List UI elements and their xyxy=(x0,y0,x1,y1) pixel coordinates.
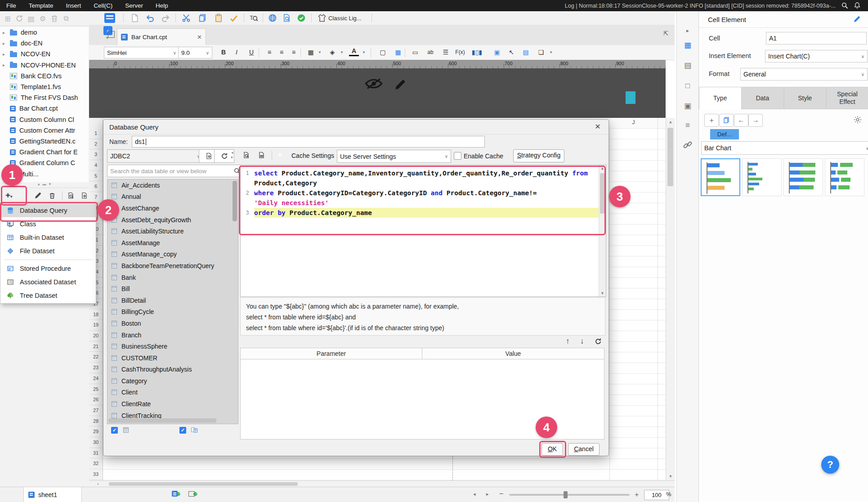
merge-cell-icon[interactable]: ▢ xyxy=(378,48,388,57)
hyperlink-panel-icon[interactable] xyxy=(683,140,693,150)
table-list-item[interactable]: BackboneTeamPenetrationQuery xyxy=(107,260,238,272)
row-header-cell[interactable]: 28 xyxy=(89,416,103,427)
tree-expand-icon[interactable]: ▸ xyxy=(3,63,10,67)
table-list-item[interactable]: CUSTOMER xyxy=(107,352,238,364)
param-move-down-icon[interactable]: ↓ xyxy=(580,337,584,346)
sidebar-toggle-icon[interactable] xyxy=(104,13,115,23)
theme-label[interactable]: Classic Lig... xyxy=(328,15,362,22)
fill-dropdown-icon[interactable]: ▾ xyxy=(337,48,347,57)
move-right-button[interactable]: → xyxy=(748,114,763,127)
tab-special-effect[interactable]: Special Effect xyxy=(826,87,868,109)
floating-element-panel-icon[interactable]: □ xyxy=(683,81,693,91)
scrollbar-thumb[interactable] xyxy=(667,128,673,186)
template-settings-icon[interactable]: ⚙ xyxy=(39,14,47,22)
tree-item[interactable]: Template1.fvs xyxy=(0,81,89,92)
row-header-cell[interactable]: 32 xyxy=(89,458,103,469)
delete-icon[interactable] xyxy=(50,14,58,22)
cell-ref-input[interactable]: A1 xyxy=(766,32,867,45)
row-header-cell[interactable]: 25 xyxy=(89,384,103,395)
zoom-out-icon[interactable]: − xyxy=(499,490,503,498)
sheet-next-icon[interactable]: ▸ xyxy=(486,491,489,497)
tab-style[interactable]: Style xyxy=(784,87,827,109)
text-field-icon[interactable]: ▭ xyxy=(410,48,420,57)
row-header-cell[interactable]: 7 xyxy=(89,192,103,203)
table-list-item[interactable]: AssetDebt_equityGrowth xyxy=(107,214,238,226)
condition-attribute-panel-icon[interactable]: ≡ xyxy=(683,121,693,130)
row-header-cell[interactable]: 19 xyxy=(89,320,103,331)
row-header-cell[interactable]: 20 xyxy=(89,331,103,341)
insert-widget-icon[interactable]: ▤ xyxy=(521,48,531,57)
tab-close-icon[interactable]: ✕ xyxy=(197,34,202,40)
split-cell-icon[interactable]: ▦ xyxy=(393,48,403,57)
add-sheet-icon[interactable]: ⊕ xyxy=(172,491,180,498)
fill-color-icon[interactable]: ◈ xyxy=(327,48,337,57)
chart-type-select[interactable]: Bar Chart∨ xyxy=(701,141,868,155)
tree-expand-icon[interactable]: ▸ xyxy=(3,30,10,35)
table-list-item[interactable]: Client xyxy=(107,387,238,399)
selection-handle[interactable] xyxy=(626,91,635,104)
format-select[interactable]: General∨ xyxy=(740,68,868,81)
table-list-item[interactable]: AssetManage_copy xyxy=(107,249,238,260)
panel-edit-icon[interactable] xyxy=(853,16,860,23)
chart-type-thumb[interactable] xyxy=(783,158,823,196)
cell-element-panel-icon[interactable]: ▦ xyxy=(683,40,693,50)
menu-item-file-dataset[interactable]: File Dataset xyxy=(0,244,96,258)
sql-line[interactable]: Product,Category xyxy=(241,178,606,188)
list-scrollbar-thumb[interactable] xyxy=(233,181,237,221)
table-list-item[interactable]: BusinessSphere xyxy=(107,341,238,352)
row-header-cell[interactable]: 31 xyxy=(89,448,103,459)
table-list-item[interactable]: Branch xyxy=(107,329,238,341)
zoom-value-input[interactable]: 100 xyxy=(644,490,669,500)
font-color-icon[interactable]: A xyxy=(349,48,359,56)
table-search-input[interactable]: Search the data table or view below xyxy=(107,165,244,177)
align-right-icon[interactable]: ≡ xyxy=(289,48,299,57)
new-folder-icon[interactable]: ⊞ xyxy=(4,14,12,22)
new-worksheet-icon[interactable] xyxy=(108,31,116,39)
dialog-close-icon[interactable]: ✕ xyxy=(593,122,602,131)
font-family-select[interactable]: SimHei∨ xyxy=(104,47,179,58)
cell-attribute-panel-icon[interactable]: ▤ xyxy=(683,61,693,71)
sheet-tab[interactable]: sheet1 xyxy=(23,487,82,502)
redo-icon[interactable] xyxy=(161,13,170,22)
refresh-icon[interactable] xyxy=(15,14,23,22)
menu-insert[interactable]: Insert xyxy=(66,2,81,9)
cache-settings-select[interactable]: Use Server Settings∨ xyxy=(337,150,451,163)
scrollbar-thumb[interactable] xyxy=(109,482,298,486)
edit-dataset-icon[interactable] xyxy=(34,192,41,199)
row-header-cell[interactable]: 1 xyxy=(89,128,103,139)
tab-bar-chart-cpt[interactable]: Bar Chart.cpt ✕ xyxy=(117,28,206,45)
chart-settings-gear-icon[interactable] xyxy=(853,115,862,124)
tree-item[interactable]: ▸doc-EN xyxy=(0,38,89,49)
insert-chart-icon[interactable]: ▮▯▮ xyxy=(472,48,482,57)
align-left-icon[interactable]: ≡ xyxy=(264,48,274,57)
table-list-item[interactable]: Bank xyxy=(107,272,238,283)
menu-item-built-in-dataset[interactable]: Built-in Dataset xyxy=(0,231,96,244)
table-list-item[interactable]: AssetChange xyxy=(107,202,238,214)
strategy-config-button[interactable]: Strategy Config xyxy=(513,149,564,162)
add-chart-button[interactable]: ＋ xyxy=(704,114,719,127)
sql-file-icon[interactable]: SQL xyxy=(258,152,265,159)
table-list-item[interactable]: BillDetail xyxy=(107,295,238,306)
dataset-settings-icon[interactable] xyxy=(81,192,88,199)
ok-button[interactable]: OK xyxy=(541,443,563,456)
grid-corner-cell[interactable] xyxy=(89,118,103,129)
dialog-title-bar[interactable]: Database Query ✕ xyxy=(103,120,608,134)
paste-icon[interactable] xyxy=(214,13,223,22)
font-color-dropdown-icon[interactable]: ▾ xyxy=(359,48,369,57)
insert-image-icon[interactable]: ▣ xyxy=(492,48,502,57)
menu-help[interactable]: Help xyxy=(156,2,168,9)
scroll-left-icon[interactable]: ‹ xyxy=(97,481,99,486)
zoom-slider-track[interactable] xyxy=(509,494,630,496)
tree-item[interactable]: The First FVS Dash xyxy=(0,92,89,103)
param-move-up-icon[interactable]: ↑ xyxy=(566,337,570,346)
param-refresh-icon[interactable] xyxy=(595,338,602,345)
sheet-prev-icon[interactable]: ◂ xyxy=(473,491,476,497)
help-button[interactable]: ? xyxy=(821,456,839,474)
tree-item[interactable]: Gradient Chart for E xyxy=(0,147,89,157)
table-list-item[interactable]: Category xyxy=(107,375,238,387)
underline-icon[interactable]: U xyxy=(246,48,256,57)
menu-cellc[interactable]: Cell(C) xyxy=(94,2,112,9)
table-list-item[interactable]: Annual xyxy=(107,191,238,203)
show-tables-checkbox[interactable]: ✓ xyxy=(111,427,118,434)
column-header-j[interactable]: J xyxy=(609,119,658,126)
